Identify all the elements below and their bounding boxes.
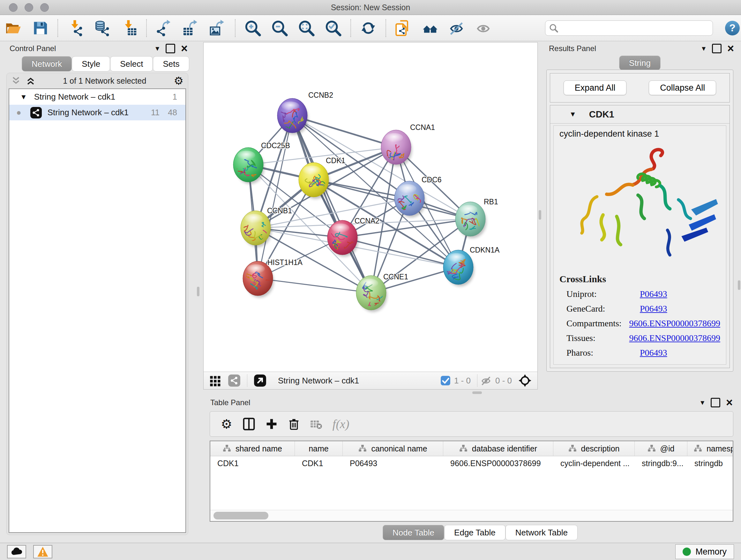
collapse-all-button[interactable]: Collapse All [649,80,716,95]
bottom-splitter-grip[interactable] [472,391,482,394]
function-builder-button[interactable]: f(x) [333,417,349,431]
show-columns-button[interactable] [243,418,255,430]
zoom-selected-button[interactable] [324,19,342,37]
zoom-fit-button[interactable] [297,19,315,37]
zoom-window-button[interactable] [40,3,49,12]
close-panel-icon[interactable]: × [181,45,188,52]
column-header-namespace[interactable]: namespace [687,441,733,456]
column-header-canonical-name[interactable]: canonical name [343,441,443,456]
cloud-status-button[interactable] [7,545,26,558]
network-canvas[interactable]: CCNB2CCNA1CDC25BCDK1CDC6RB1CCNB1CCNA2CDK… [204,43,537,372]
warnings-button[interactable] [33,545,52,558]
gear-icon[interactable]: ⚙ [174,75,184,86]
grid-view-button[interactable] [209,374,221,387]
import-network-database-button[interactable] [93,19,111,37]
float-panel-icon[interactable] [711,398,720,408]
delete-column-button[interactable] [288,418,300,430]
open-session-button[interactable] [4,19,22,37]
network-node-CDC25B[interactable]: CDC25B [233,141,290,184]
close-panel-icon[interactable]: × [727,45,734,52]
hidden-eye-icon[interactable] [481,375,492,386]
help-button[interactable]: ? [725,21,740,36]
table-settings-button[interactable]: ⚙ [221,419,232,429]
add-column-button[interactable] [266,418,278,430]
crosslink-link[interactable]: P06493 [640,304,667,314]
float-panel-icon[interactable] [712,44,722,53]
column-header-database-identifier[interactable]: database identifier [443,441,553,456]
refresh-view-button[interactable] [359,19,377,37]
window-edge-grip[interactable] [738,280,740,290]
stringify-button[interactable] [421,19,439,37]
search-input[interactable] [558,23,709,33]
horizontal-scrollbar[interactable] [210,510,733,521]
table-row[interactable]: CDK1CDK1P064939606.ENSP00000378699cyclin… [210,456,733,470]
network-node-CDK1[interactable]: CDK1 [299,157,345,199]
tab-select[interactable]: Select [110,56,153,71]
network-row[interactable]: ● String Network – cdk1 11 48 [9,105,185,120]
zoom-in-button[interactable] [244,19,262,37]
expand-all-button[interactable]: Expand All [563,80,627,95]
tab-edge-table[interactable]: Edge Table [444,525,506,540]
show-graphics-details-button[interactable] [475,19,493,37]
left-splitter-grip[interactable] [197,287,199,296]
table-cell: CDK1 [295,456,343,470]
crosslink-link[interactable]: 9606.ENSP00000378699 [629,318,720,328]
column-header-shared-name[interactable]: shared name [210,441,295,456]
float-panel-icon[interactable] [165,44,175,53]
table-cell: 9606.ENSP00000378699 [443,456,553,470]
collapse-all-chevrons-icon[interactable] [11,76,21,85]
tab-style[interactable]: Style [72,56,110,71]
network-edge[interactable] [258,116,292,278]
detach-view-button[interactable] [254,374,266,387]
fit-selected-button[interactable] [518,374,532,387]
memory-button[interactable]: Memory [675,544,734,559]
crosslink-link[interactable]: 9606.ENSP00000378699 [629,333,720,343]
selected-checkbox-icon[interactable] [440,375,451,386]
tab-network[interactable]: Network [22,56,72,71]
network-edge[interactable] [258,278,371,293]
crosslink-link[interactable]: P06493 [640,348,667,358]
network-thumbnail-button[interactable] [228,374,241,387]
expand-all-chevrons-icon[interactable] [26,76,36,85]
export-image-button[interactable] [209,19,226,37]
panel-menu-caret-icon[interactable]: ▼ [699,399,705,407]
network-node-RB1[interactable]: RB1 [455,198,498,238]
hide-selected-button[interactable] [448,19,466,37]
collapse-triangle-icon[interactable]: ▼ [569,110,576,118]
close-panel-icon[interactable]: × [726,399,733,407]
import-network-file-button[interactable] [66,19,84,37]
tab-sets[interactable]: Sets [153,56,189,71]
network-edge[interactable] [292,116,371,293]
save-session-button[interactable] [31,19,49,37]
string-protein-query-button[interactable] [394,19,412,37]
network-node-CCNB2[interactable]: CCNB2 [277,91,333,135]
column-header-description[interactable]: description [553,441,635,456]
network-node-CCNE1[interactable]: CCNE1 [356,273,408,312]
export-table-button[interactable] [182,19,200,37]
column-header--id[interactable]: @id [635,441,687,456]
minimize-window-button[interactable] [24,3,33,12]
zoom-out-button[interactable] [271,19,288,37]
column-header-name[interactable]: name [295,441,343,456]
right-splitter-grip[interactable] [539,210,541,220]
panel-menu-caret-icon[interactable]: ▼ [154,45,160,52]
crosslink-link[interactable]: P06493 [640,289,667,299]
network-node-CDC6[interactable]: CDC6 [394,176,442,217]
scrollbar-thumb[interactable] [213,512,268,519]
import-table-file-button[interactable] [120,19,138,37]
collapse-triangle-icon[interactable]: ▼ [20,93,27,101]
network-node-CDKN1A[interactable]: CDKN1A [443,246,500,287]
tab-string[interactable]: String [619,56,661,70]
tab-network-table[interactable]: Network Table [506,525,578,540]
network-node-CCNA1[interactable]: CCNA1 [381,123,435,168]
node-label: CCNE1 [383,273,408,281]
tab-node-table[interactable]: Node Table [383,525,444,540]
close-window-button[interactable] [9,3,17,12]
delete-table-button[interactable] [310,418,322,430]
node-result-header[interactable]: ▼ CDK1 [550,105,730,124]
table-cell: P06493 [343,456,443,470]
panel-menu-caret-icon[interactable]: ▼ [700,45,707,52]
network-node-HIST1H1A[interactable]: HIST1H1A [243,258,303,298]
network-collection-row[interactable]: ▼ String Network – cdk1 1 [9,89,185,105]
export-network-button[interactable] [155,19,173,37]
